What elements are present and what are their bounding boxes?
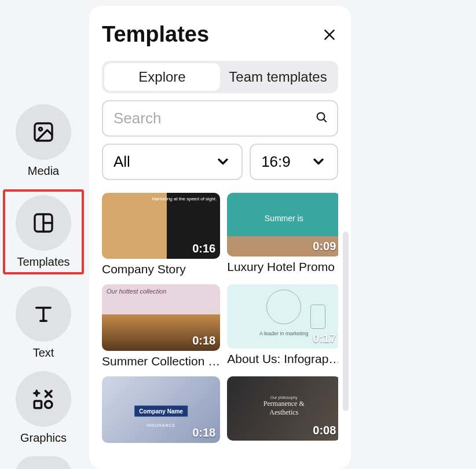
- template-card[interactable]: Company Name INSURANCE 0:18: [102, 376, 220, 443]
- sidebar-label-graphics: Graphics: [20, 431, 67, 445]
- template-thumbnail: Summer is 0:09: [227, 193, 338, 257]
- ratio-value: 16:9: [261, 153, 291, 171]
- duration-badge: 0:16: [192, 242, 215, 255]
- thumb-overlay-text: Summer is: [265, 214, 303, 223]
- duration-badge: 0:09: [313, 240, 336, 253]
- svg-point-1: [39, 127, 42, 130]
- thumb-overlay-text: Marketing at the speed of sight.: [152, 196, 217, 201]
- tab-team-templates[interactable]: Team templates: [220, 63, 336, 91]
- text-icon: [16, 286, 71, 342]
- close-icon: [322, 27, 337, 42]
- sidebar-label-media: Media: [28, 164, 59, 178]
- templates-icon: [16, 195, 71, 251]
- ratio-dropdown[interactable]: 16:9: [250, 144, 338, 180]
- sidebar-item-text[interactable]: Text: [14, 286, 72, 360]
- duration-badge: 0:08: [313, 424, 336, 437]
- search-input[interactable]: [102, 100, 338, 137]
- templates-grid: Marketing at the speed of sight. 0:16 Co…: [102, 193, 338, 444]
- graphic-decor: [310, 305, 325, 329]
- tabs: Explore Team templates: [102, 61, 338, 93]
- thumb-overlay-text: Our philosophy: [270, 395, 298, 400]
- template-card[interactable]: Our philosophy Permanence & Aesthetics 0…: [227, 376, 338, 443]
- duration-badge: 0:18: [192, 334, 215, 347]
- category-dropdown[interactable]: All: [102, 144, 243, 180]
- chevron-down-icon: [215, 153, 231, 170]
- sidebar-item-templates[interactable]: Templates: [3, 189, 84, 274]
- template-card[interactable]: Marketing at the speed of sight. 0:16 Co…: [102, 193, 220, 277]
- search-icon: [315, 111, 328, 126]
- panel-title: Templates: [102, 22, 209, 47]
- template-thumbnail: Our philosophy Permanence & Aesthetics 0…: [227, 376, 338, 440]
- duration-badge: 0:18: [192, 426, 215, 439]
- template-thumbnail: A leader in marketing 0:17: [227, 284, 338, 348]
- sidebar-nav: Media Templates Text Gr: [0, 104, 87, 469]
- templates-panel: Templates Explore Team templates All 16:…: [89, 6, 351, 469]
- chevron-down-icon: [310, 153, 327, 170]
- template-thumbnail: Our hottest collection 0:18: [102, 284, 220, 351]
- sidebar-item-partial[interactable]: [16, 456, 71, 469]
- thumb-overlay-text: Our hottest collection: [107, 288, 166, 295]
- template-title: Luxury Hotel Promo: [227, 260, 338, 274]
- thumb-overlay-text: INSURANCE: [147, 423, 175, 427]
- graphics-icon: [16, 371, 71, 427]
- scrollbar-thumb[interactable]: [343, 232, 349, 411]
- tab-explore[interactable]: Explore: [104, 63, 220, 91]
- graphic-decor: [266, 290, 301, 324]
- sidebar-label-text: Text: [33, 346, 54, 360]
- search-wrap: [102, 100, 338, 137]
- svg-line-10: [324, 119, 326, 122]
- thumb-overlay-text: Permanence & Aesthetics: [255, 400, 312, 417]
- template-thumbnail: Company Name INSURANCE 0:18: [102, 376, 220, 443]
- sidebar-label-templates: Templates: [17, 255, 69, 269]
- scrollbar[interactable]: [343, 232, 349, 417]
- category-value: All: [113, 153, 130, 171]
- template-card[interactable]: Summer is 0:09 Luxury Hotel Promo: [227, 193, 338, 277]
- svg-point-6: [45, 401, 52, 408]
- template-title: About Us: Infograp…: [227, 352, 338, 366]
- template-thumbnail: Marketing at the speed of sight. 0:16: [102, 193, 220, 259]
- svg-rect-5: [34, 401, 41, 408]
- sidebar-item-graphics[interactable]: Graphics: [14, 371, 72, 445]
- template-title: Summer Collection …: [102, 354, 220, 368]
- template-title: Company Story: [102, 262, 220, 276]
- template-card[interactable]: Our hottest collection 0:18 Summer Colle…: [102, 284, 220, 368]
- thumb-overlay-text: A leader in marketing: [259, 331, 309, 336]
- sidebar-item-media[interactable]: Media: [14, 104, 72, 178]
- thumb-overlay-text: Company Name: [134, 406, 188, 417]
- template-card[interactable]: A leader in marketing 0:17 About Us: Inf…: [227, 284, 338, 368]
- filters-row: All 16:9: [102, 144, 338, 180]
- panel-header: Templates: [102, 22, 338, 47]
- media-icon: [16, 104, 71, 160]
- duration-badge: 0:17: [313, 332, 336, 345]
- close-button[interactable]: [321, 26, 338, 43]
